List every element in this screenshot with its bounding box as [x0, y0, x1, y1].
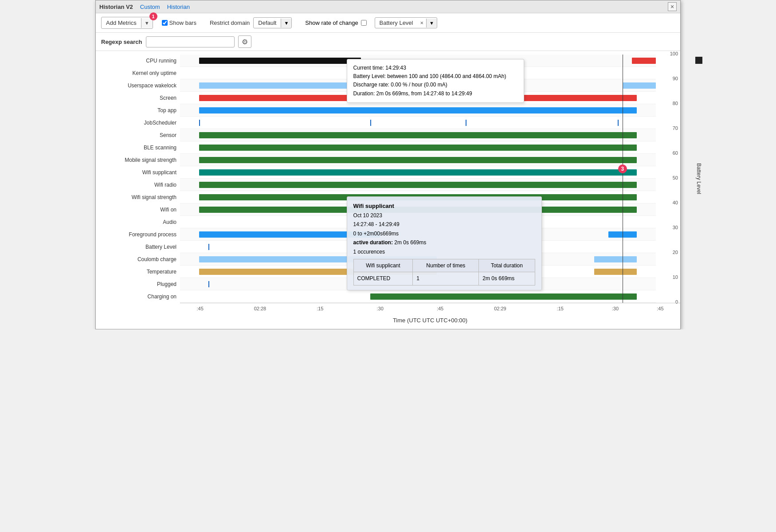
- metric-label: Wifi signal strength: [96, 194, 180, 200]
- metric-label: Coulomb charge: [96, 256, 180, 262]
- search-label: Regexp search: [101, 39, 142, 45]
- chart-row: Sensor: [180, 129, 656, 141]
- metric-bar: [594, 256, 637, 262]
- x-axis: :4502:28:15:30:4502:29:15:30:45: [180, 303, 680, 315]
- x-axis-label: :30: [612, 306, 619, 311]
- battery-level-sidebar: Battery Level: [694, 55, 703, 303]
- restrict-domain-value: Default: [254, 18, 281, 28]
- battery-level-arrow-icon[interactable]: ▼: [426, 19, 437, 27]
- tab-custom[interactable]: Custom: [140, 4, 160, 10]
- metric-bar: [199, 157, 637, 163]
- chart-row: Charging on: [180, 290, 656, 303]
- tooltip-lower-title: Wifi supplicant: [353, 201, 535, 211]
- table-cell-0-2: 2m 0s 669ms: [479, 272, 535, 285]
- battery-level-close-icon[interactable]: ×: [417, 18, 426, 28]
- show-rate-label: Show rate of change: [305, 20, 358, 26]
- metric-bar-area: [180, 166, 656, 178]
- metric-label: BLE scanning: [96, 145, 180, 151]
- table-cell-0-0: COMPLETED: [353, 272, 413, 285]
- cursor-line: [623, 55, 623, 303]
- metric-label: Temperature: [96, 269, 180, 275]
- y-axis-label: 30: [673, 225, 678, 230]
- tooltip-lower-offset: 0 to +2m00s669ms: [353, 229, 535, 238]
- metric-bar-area: [180, 141, 656, 153]
- metric-bar-area: [180, 104, 656, 116]
- x-axis-label: :45: [196, 306, 203, 311]
- metric-label: Wifi supplicant: [96, 169, 180, 176]
- table-header-2: Total duration: [479, 259, 535, 272]
- metric-label: Mobile signal strength: [96, 157, 180, 163]
- tooltip-lower-active-val: 2m 0s 669ms: [394, 239, 426, 246]
- table-header-1: Number of times: [413, 259, 479, 272]
- metric-bar-area: [180, 129, 656, 141]
- restrict-domain-select[interactable]: Default ▼: [253, 17, 292, 28]
- add-metrics-label: Add Metrics: [102, 17, 141, 28]
- show-rate-checkbox[interactable]: [361, 20, 367, 26]
- tooltip-upper: Current time: 14:29:43 Battery Level: be…: [347, 59, 524, 103]
- add-metrics-button[interactable]: Add Metrics ▼: [101, 17, 153, 29]
- restrict-domain-arrow[interactable]: ▼: [281, 19, 291, 27]
- metric-label: Foreground process: [96, 231, 180, 238]
- y-axis-label: 60: [673, 150, 678, 156]
- metric-label: Kernel only uptime: [96, 70, 180, 76]
- metric-bar: [199, 182, 637, 188]
- y-axis-label: 10: [673, 274, 678, 280]
- x-axis-label: :15: [317, 306, 323, 311]
- metric-bar: [199, 169, 637, 176]
- y-axis-label: 20: [673, 250, 678, 255]
- x-axis-label: :30: [377, 306, 384, 311]
- metric-label: Audio: [96, 219, 180, 225]
- tooltip-line4: Duration: 2m 0s 669ms, from 14:27:48 to …: [353, 90, 517, 98]
- metric-bar: [199, 58, 361, 64]
- tooltip-lower-occurrences: 1 occurences: [353, 247, 535, 256]
- chart-row: Mobile signal strength: [180, 154, 656, 166]
- metric-bar-area: [180, 179, 656, 191]
- metric-label: Wifi radio: [96, 182, 180, 188]
- toolbar: Add Metrics ▼ 1 Show bars Restrict domai…: [96, 13, 680, 33]
- metric-label: JobScheduler: [96, 120, 180, 126]
- restrict-domain-group: Restrict domain Default ▼: [210, 17, 292, 28]
- show-bars-checkbox[interactable]: [162, 20, 168, 26]
- y-axis-label: 70: [673, 125, 678, 131]
- table-cell-0-1: 1: [413, 272, 479, 285]
- metric-tick: [199, 120, 200, 126]
- metric-label: Top app: [96, 107, 180, 113]
- metric-bar-area: [180, 117, 656, 129]
- x-axis-label: :45: [657, 306, 663, 311]
- search-bar: Regexp search ⚙: [96, 33, 680, 51]
- metric-label: Userspace wakelock: [96, 82, 180, 89]
- x-axis-label: 02:28: [254, 306, 267, 311]
- tooltip-lower: Wifi supplicant Oct 10 2023 14:27:48 - 1…: [347, 196, 542, 290]
- metric-label: Charging on: [96, 293, 180, 300]
- battery-level-sidebar-label: Battery Level: [696, 163, 702, 194]
- tooltip-line2: Battery Level: between 100 and 100 (4864…: [353, 72, 517, 81]
- battery-level-label: Battery Level: [375, 18, 418, 28]
- tooltip-lower-time: 14:27:48 - 14:29:49: [353, 220, 535, 229]
- metric-tick: [618, 120, 619, 126]
- metric-label: CPU running: [96, 58, 180, 64]
- metric-label: Screen: [96, 95, 180, 101]
- metric-label: Plugged: [96, 281, 180, 287]
- x-axis-title: Time (UTC UTC UTC+00:00): [180, 315, 680, 325]
- tooltip-line3: Discharge rate: 0.00 % / hour (0.00 mA): [353, 81, 517, 89]
- table-header-0: Wifi supplicant: [353, 259, 413, 272]
- restrict-domain-label: Restrict domain: [210, 20, 250, 26]
- battery-legend-square: [695, 57, 702, 64]
- metric-tick: [208, 281, 209, 287]
- settings-button[interactable]: ⚙: [238, 35, 251, 48]
- metric-bar: [632, 58, 656, 64]
- x-axis-label: :45: [437, 306, 443, 311]
- tab-historian[interactable]: Historian: [167, 4, 190, 10]
- metric-label: Sensor: [96, 132, 180, 138]
- metric-bar: [199, 145, 637, 151]
- search-input[interactable]: [146, 36, 235, 47]
- battery-level-button[interactable]: Battery Level × ▼: [375, 17, 437, 28]
- x-axis-label: :15: [557, 306, 564, 311]
- metric-bar: [594, 269, 637, 275]
- metric-bar: [623, 82, 656, 89]
- y-axis-label: 90: [673, 76, 678, 81]
- metric-bar-area: [180, 290, 656, 302]
- show-bars-checkbox-label[interactable]: Show bars: [162, 20, 196, 26]
- close-button[interactable]: ×: [668, 2, 677, 11]
- chart-row: Top app: [180, 104, 656, 117]
